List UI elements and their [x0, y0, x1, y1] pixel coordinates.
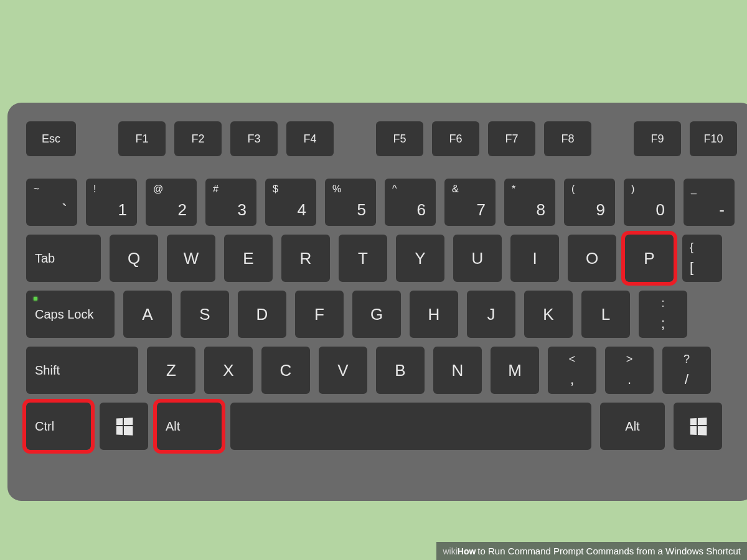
zero-key[interactable]: )0	[624, 179, 675, 226]
w-key[interactable]: W	[167, 235, 215, 282]
zxcv-row: Shift Z X C V B N M <, >. ?/	[26, 347, 747, 394]
z-key[interactable]: Z	[147, 347, 195, 394]
windows-icon	[690, 418, 706, 434]
h-key[interactable]: H	[410, 291, 458, 338]
a-key[interactable]: A	[123, 291, 172, 338]
s-key[interactable]: S	[181, 291, 229, 338]
g-key[interactable]: G	[352, 291, 401, 338]
r-key[interactable]: R	[281, 235, 330, 282]
capslock-key[interactable]: Caps Lock	[26, 291, 115, 338]
f2-key[interactable]: F2	[174, 121, 222, 156]
f3-key[interactable]: F3	[230, 121, 278, 156]
windows-right-key[interactable]	[674, 403, 722, 450]
caption-text: to Run Command Prompt Commands from a Wi…	[477, 546, 741, 556]
four-key[interactable]: $4	[265, 179, 316, 226]
o-key[interactable]: O	[568, 235, 616, 282]
e-key[interactable]: E	[224, 235, 273, 282]
b-key[interactable]: B	[376, 347, 425, 394]
y-key[interactable]: Y	[396, 235, 444, 282]
f8-key[interactable]: F8	[544, 121, 591, 156]
asdf-row: Caps Lock A S D F G H J K L :;	[26, 291, 747, 338]
c-key[interactable]: C	[261, 347, 310, 394]
semicolon-key[interactable]: :;	[639, 291, 687, 338]
seven-key[interactable]: &7	[444, 179, 496, 226]
ctrl-key[interactable]: Ctrl	[26, 403, 91, 450]
windows-key[interactable]	[100, 403, 148, 450]
k-key[interactable]: K	[524, 291, 573, 338]
period-key[interactable]: >.	[605, 347, 654, 394]
backtick-key[interactable]: ~`	[26, 179, 77, 226]
f-key[interactable]: F	[295, 291, 344, 338]
v-key[interactable]: V	[319, 347, 367, 394]
keyboard: Esc F1 F2 F3 F4 F5 F6 F7 F8 F9 F10 ~` !1…	[7, 103, 747, 501]
eight-key[interactable]: *8	[504, 179, 555, 226]
qwerty-row: Tab Q W E R T Y U I O P {[	[26, 235, 747, 282]
shift-key[interactable]: Shift	[26, 347, 138, 394]
three-key[interactable]: #3	[205, 179, 256, 226]
tab-key[interactable]: Tab	[26, 235, 101, 282]
capslock-led-icon	[34, 297, 37, 301]
caption-bar: wikiHow to Run Command Prompt Commands f…	[436, 542, 747, 560]
i-key[interactable]: I	[510, 235, 559, 282]
p-key[interactable]: P	[625, 235, 674, 282]
d-key[interactable]: D	[238, 291, 286, 338]
n-key[interactable]: N	[433, 347, 482, 394]
function-row: Esc F1 F2 F3 F4 F5 F6 F7 F8 F9 F10	[26, 121, 747, 156]
nine-key[interactable]: (9	[564, 179, 615, 226]
minus-key[interactable]: _-	[684, 179, 735, 226]
f6-key[interactable]: F6	[432, 121, 479, 156]
brand-how: How	[458, 546, 476, 556]
comma-key[interactable]: <,	[548, 347, 596, 394]
u-key[interactable]: U	[453, 235, 502, 282]
f10-key[interactable]: F10	[690, 121, 737, 156]
one-key[interactable]: !1	[86, 179, 137, 226]
bottom-row: Ctrl Alt Alt	[26, 403, 747, 450]
six-key[interactable]: ^6	[385, 179, 436, 226]
alt-right-key[interactable]: Alt	[600, 403, 665, 450]
x-key[interactable]: X	[204, 347, 253, 394]
windows-icon	[116, 418, 132, 434]
f9-key[interactable]: F9	[634, 121, 681, 156]
f5-key[interactable]: F5	[376, 121, 423, 156]
l-key[interactable]: L	[581, 291, 630, 338]
alt-key[interactable]: Alt	[157, 403, 222, 450]
two-key[interactable]: @2	[146, 179, 197, 226]
j-key[interactable]: J	[467, 291, 515, 338]
f4-key[interactable]: F4	[286, 121, 334, 156]
five-key[interactable]: %5	[325, 179, 376, 226]
space-key[interactable]	[230, 403, 591, 450]
f7-key[interactable]: F7	[488, 121, 535, 156]
m-key[interactable]: M	[491, 347, 539, 394]
f1-key[interactable]: F1	[118, 121, 166, 156]
t-key[interactable]: T	[339, 235, 387, 282]
esc-key[interactable]: Esc	[26, 121, 76, 156]
brand-wiki: wiki	[443, 546, 457, 556]
slash-key[interactable]: ?/	[662, 347, 711, 394]
left-bracket-key[interactable]: {[	[682, 235, 722, 282]
number-row: ~` !1 @2 #3 $4 %5 ^6 &7 *8 (9 )0 _-	[26, 179, 747, 226]
q-key[interactable]: Q	[110, 235, 158, 282]
